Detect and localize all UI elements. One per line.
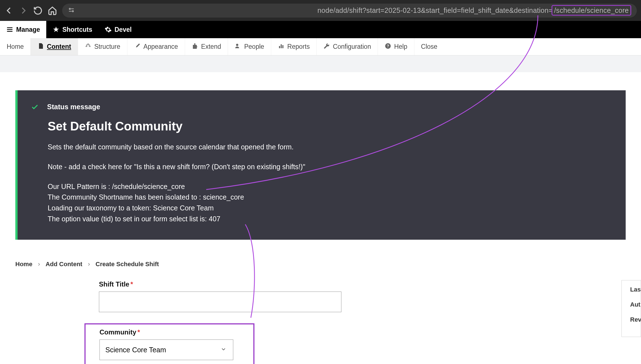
star-icon [52,26,60,33]
url-text: node/add/shift?start=2025-02-13&start_fi… [317,6,631,14]
check-icon [31,103,39,111]
svg-point-7 [236,44,238,46]
shortcuts-label: Shortcuts [62,26,92,33]
breadcrumb-add-content[interactable]: Add Content [45,261,82,268]
community-label: Community* [99,328,239,336]
admin-appearance[interactable]: Appearance [127,38,185,55]
admin-structure[interactable]: Structure [78,38,127,55]
community-highlight-box: Community* Science Core Team [84,323,254,364]
required-marker: * [137,328,140,336]
help-icon: ? [385,43,391,51]
admin-extend[interactable]: Extend [185,38,228,55]
svg-rect-8 [279,46,280,48]
people-icon [235,43,241,51]
breadcrumb-separator: › [38,261,40,268]
status-accent-bar [15,90,18,240]
status-title: Set Default Community [48,119,612,133]
side-panel-item: Aut [630,301,641,308]
admin-people[interactable]: People [228,38,271,55]
admin-help[interactable]: ? Help [378,38,414,55]
url-highlight: /schedule/science_core [552,5,631,16]
required-marker: * [130,280,133,288]
shift-title-label: Shift Title* [99,280,626,288]
status-line: Our URL Pattern is : /schedule/science_c… [48,181,612,192]
svg-text:?: ? [387,44,389,48]
svg-rect-10 [282,45,283,48]
shift-title-input[interactable] [99,292,341,312]
home-button[interactable] [48,6,57,15]
side-panel: Las Aut Rev [621,280,641,337]
admin-home[interactable]: Home [0,38,31,55]
toolbar-manage: Manage Shortcuts Devel [0,21,641,38]
page-header-area [0,55,641,72]
url-bar[interactable]: node/add/shift?start=2025-02-13&start_fi… [62,4,637,18]
svg-rect-9 [281,44,282,48]
breadcrumb-current: Create Schedule Shift [96,261,159,268]
shift-title-field: Shift Title* [99,280,626,312]
forward-button[interactable] [19,6,28,15]
browser-chrome: node/add/shift?start=2025-02-13&start_fi… [0,0,641,21]
devel-label: Devel [115,26,132,33]
shortcuts-link[interactable]: Shortcuts [46,21,98,38]
bar-chart-icon [278,43,285,51]
admin-content[interactable]: Content [31,38,78,55]
structure-icon [85,43,91,51]
status-body: Sets the default community based on the … [48,142,612,224]
side-panel-item: Rev [630,316,641,323]
status-line: Note - add a check here for "Is this a n… [48,161,612,172]
status-message: Status message Set Default Community Set… [15,90,626,240]
svg-point-2 [72,11,73,12]
breadcrumb: Home › Add Content › Create Schedule Shi… [15,261,626,268]
status-line: The Community Shortname has been isolate… [48,192,612,203]
side-panel-item: Las [630,286,641,293]
status-line: Sets the default community based on the … [48,142,612,152]
community-field: Community* Science Core Team [99,328,239,360]
devel-link[interactable]: Devel [98,21,138,38]
hamburger-icon [6,26,13,33]
gear-icon [105,26,112,33]
breadcrumb-home[interactable]: Home [15,261,32,268]
paintbrush-icon [134,43,141,51]
status-label: Status message [47,103,100,111]
admin-configuration[interactable]: Configuration [317,38,378,55]
reload-button[interactable] [33,6,43,15]
form-area: Shift Title* Community* Science Core Tea… [99,280,626,364]
status-line: The option value (tid) to set in our for… [48,213,612,224]
back-button[interactable] [4,6,14,15]
breadcrumb-separator: › [88,261,90,268]
status-line: Loading our taxonomy to a token: Science… [48,203,612,213]
site-settings-icon[interactable] [68,6,75,15]
manage-toggle[interactable]: Manage [0,21,46,38]
admin-menu: Home Content Structure Appearance Extend… [0,38,641,55]
community-select[interactable]: Science Core Team [99,339,233,360]
puzzle-icon [192,43,198,51]
document-icon [37,43,44,51]
svg-point-0 [69,8,70,9]
admin-close[interactable]: Close [414,38,444,55]
manage-label: Manage [16,26,40,33]
wrench-icon [323,43,330,51]
admin-reports[interactable]: Reports [271,38,317,55]
